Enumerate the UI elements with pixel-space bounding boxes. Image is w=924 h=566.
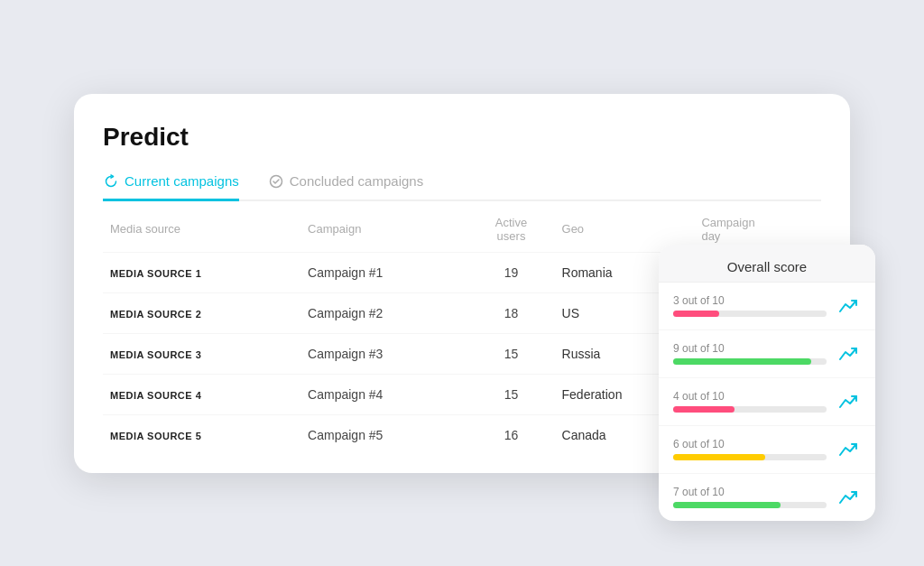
score-bar-fill [673,311,719,317]
campaign-cell: Campaign #2 [300,292,467,333]
score-label: 3 out of 10 [673,294,827,307]
campaign-cell: Campaign #1 [300,252,467,292]
media-source-cell: MEDIA SOURCE 2 [103,292,300,333]
score-bar-container: 4 out of 10 [673,390,827,413]
main-card: Predict Current campaigns Concluded camp… [74,94,850,473]
col-active-users: Activeusers [468,201,555,253]
media-source-cell: MEDIA SOURCE 4 [103,374,300,414]
score-bar-fill [673,358,811,365]
overall-score-panel: Overall score 3 out of 10 9 out of 10 [659,245,875,521]
active-users-cell: 19 [468,252,555,292]
score-bar-track [673,406,827,413]
campaign-cell: Campaign #4 [300,374,467,414]
score-bar-fill [673,406,735,413]
tab-bar: Current campaigns Concluded campaigns [103,173,821,201]
active-users-cell: 15 [468,333,555,374]
score-bar-track [673,311,827,317]
active-users-cell: 16 [468,414,555,455]
score-row: 4 out of 10 [659,378,875,426]
score-panel-title: Overall score [659,245,875,283]
trend-icon [836,485,861,510]
tab-concluded-label: Concluded campaigns [290,173,423,189]
score-bar-fill [673,502,781,508]
campaign-cell: Campaign #5 [300,414,467,455]
score-bar-track [673,502,827,508]
page-title: Predict [103,123,821,152]
score-row: 7 out of 10 [659,474,875,521]
media-source-cell: MEDIA SOURCE 3 [103,333,300,374]
refresh-icon [103,173,119,190]
score-row: 3 out of 10 [659,283,875,330]
campaign-cell: Campaign #3 [300,333,467,374]
score-bar-container: 6 out of 10 [673,438,827,460]
score-row: 6 out of 10 [659,426,875,474]
media-source-cell: MEDIA SOURCE 5 [103,414,300,455]
score-bar-track [673,358,827,365]
tab-current-campaigns[interactable]: Current campaigns [103,173,239,201]
score-bar-container: 3 out of 10 [673,294,827,317]
score-label: 9 out of 10 [673,342,827,355]
content-area: Media source Campaign Activeusers Geo Ca… [103,201,821,455]
score-label: 4 out of 10 [673,390,827,403]
score-label: 7 out of 10 [673,486,827,498]
score-rows: 3 out of 10 9 out of 10 4 out of [659,283,875,521]
score-bar-container: 7 out of 10 [673,486,827,508]
trend-icon [836,293,861,319]
col-media-source: Media source [103,201,300,253]
col-campaign: Campaign [300,201,467,253]
media-source-cell: MEDIA SOURCE 1 [103,252,300,292]
active-users-cell: 18 [468,292,555,333]
score-bar-fill [673,454,765,460]
active-users-cell: 15 [468,374,555,414]
trend-icon [836,389,861,414]
score-bar-track [673,454,827,460]
score-bar-container: 9 out of 10 [673,342,827,365]
tab-concluded-campaigns[interactable]: Concluded campaigns [268,173,423,201]
trend-icon [836,341,861,367]
score-row: 9 out of 10 [659,330,875,378]
check-icon [268,173,284,190]
tab-current-label: Current campaigns [125,173,239,189]
score-label: 6 out of 10 [673,438,827,450]
trend-icon [836,437,861,462]
